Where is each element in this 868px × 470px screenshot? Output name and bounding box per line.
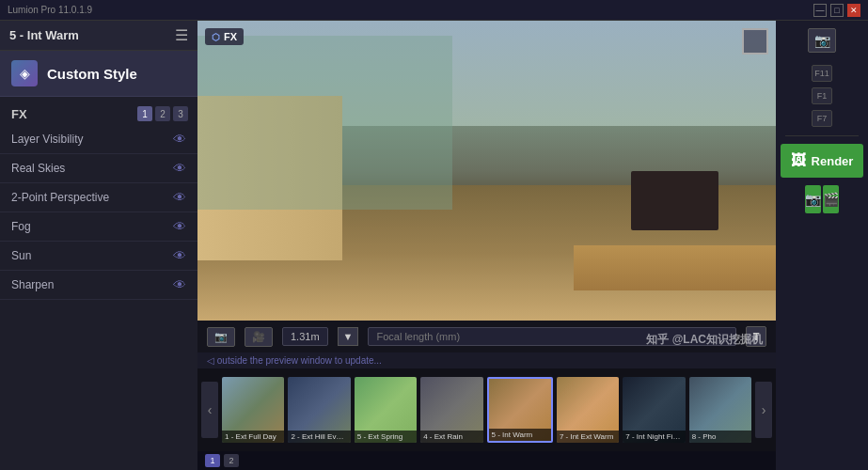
thumb-label: 5 - Int Warm (489, 429, 551, 441)
fx-item-fog[interactable]: Fog 👁 (0, 212, 197, 242)
eye-icon[interactable]: 👁 (173, 277, 186, 292)
fkey-f1[interactable]: F1 (812, 87, 832, 104)
screenshot-icon-btn[interactable]: 📷 (808, 28, 836, 53)
fx-item-label: Fog (11, 220, 31, 233)
viewport-glass (197, 36, 452, 210)
thumb-label: 5 - Ext Spring (355, 431, 417, 443)
fx-tab-1[interactable]: 1 (137, 106, 152, 121)
fx-badge: ⬡ FX (205, 28, 244, 45)
viewport-furniture (631, 171, 718, 231)
fx-tabs: 1 2 3 (137, 106, 188, 121)
custom-style-title: Custom Style (47, 66, 137, 82)
render-sub-buttons: 📷 🎬 (805, 185, 839, 213)
viewport-hint: ◁ outside the preview window to update..… (197, 352, 776, 368)
thumb-label: 1 - Ext Full Day (222, 431, 284, 443)
dropdown-arrow[interactable]: ▼ (338, 327, 359, 346)
strip-arrow-left[interactable]: ‹ (201, 382, 218, 438)
fx-label: FX (11, 107, 27, 121)
focal-length-field[interactable]: Focal length (mm) (368, 327, 736, 346)
minimize-button[interactable]: — (813, 4, 827, 17)
camera-icon: 📷 (214, 331, 228, 343)
fx-tab-3[interactable]: 3 (173, 106, 188, 121)
render-photo-button[interactable]: 📷 (805, 185, 821, 213)
fx-item-label: Sun (11, 249, 31, 262)
thumb-8[interactable]: 8 - Pho (689, 377, 751, 443)
custom-style-header[interactable]: ◈ Custom Style (0, 51, 197, 97)
fx-item-label: Real Skies (11, 162, 65, 175)
right-sidebar: 📷 F11 F1 F7 🖼 Render 📷 🎬 (776, 21, 868, 470)
fx-section: FX 1 2 3 Layer Visibility 👁 Real Skies 👁… (0, 97, 197, 306)
eye-icon[interactable]: 👁 (173, 161, 186, 176)
divider (785, 135, 859, 136)
fx-item-2point-perspective[interactable]: 2-Point Perspective 👁 (0, 183, 197, 212)
top-right-icons: 📷 (808, 28, 836, 53)
thumb-4[interactable]: 4 - Ext Rain (420, 377, 482, 443)
fx-badge-icon: ⬡ (212, 32, 220, 42)
thumb-1[interactable]: 1 - Ext Full Day (222, 377, 284, 443)
menu-icon[interactable]: ☰ (175, 26, 188, 44)
style-icon: ◈ (11, 60, 38, 86)
viewport-corner-square (742, 28, 768, 55)
page-indicator: 1 2 (197, 451, 776, 470)
fkey-f11[interactable]: F11 (812, 65, 832, 82)
render-video-button[interactable]: 🎬 (823, 185, 839, 213)
page-2[interactable]: 2 (224, 454, 239, 467)
strip-arrow-right[interactable]: › (755, 382, 772, 438)
app-title: Lumion Pro 11.0.1.9 (8, 5, 92, 15)
eye-icon[interactable]: 👁 (173, 132, 186, 147)
fx-item-real-skies[interactable]: Real Skies 👁 (0, 154, 197, 183)
eye-icon[interactable]: 👁 (173, 190, 186, 205)
thumbnail-strip: ‹ 1 - Ext Full Day 2 - Ext Hill Evening … (197, 368, 776, 451)
thumb-5[interactable]: 5 - Int Warm (487, 377, 553, 443)
thumb-label: 8 - Pho (689, 431, 751, 443)
eye-icon[interactable]: 👁 (173, 248, 186, 263)
fx-item-label: 2-Point Perspective (11, 191, 109, 204)
viewport-controls: 📷 🎥 1.31m ▼ Focal length (mm) T (197, 321, 776, 352)
distance-display: 1.31m (282, 327, 328, 346)
viewport[interactable]: ⬡ FX (197, 21, 776, 321)
fx-item-layer-visibility[interactable]: Layer Visibility 👁 (0, 125, 197, 154)
render-icon: 🖼 (791, 152, 806, 169)
close-button[interactable]: ✕ (847, 4, 860, 17)
fx-badge-label: FX (224, 31, 237, 42)
fkey-f7[interactable]: F7 (812, 110, 832, 127)
thumb-label: 4 - Ext Rain (420, 431, 482, 443)
maximize-button[interactable]: □ (830, 4, 844, 17)
fx-item-sun[interactable]: Sun 👁 (0, 242, 197, 271)
thumb-2[interactable]: 2 - Ext Hill Evening (288, 377, 350, 443)
thumb-label: 2 - Ext Hill Evening (288, 431, 350, 443)
panel-title: 5 - Int Warm (9, 28, 79, 42)
page-1[interactable]: 1 (205, 454, 220, 467)
thumb-3[interactable]: 5 - Ext Spring (355, 377, 417, 443)
fx-item-label: Layer Visibility (11, 133, 83, 146)
panel-title-bar: 5 - Int Warm ☰ (0, 21, 197, 51)
t-button[interactable]: T (746, 326, 766, 347)
hint-text: ◁ outside the preview window to update..… (207, 355, 382, 366)
render-button[interactable]: 🖼 Render (781, 144, 863, 178)
eye-icon[interactable]: 👁 (173, 219, 186, 234)
video-icon: 🎥 (252, 331, 265, 343)
fx-header: FX 1 2 3 (0, 102, 197, 125)
thumb-6[interactable]: 7 - Int Ext Warm (557, 377, 619, 443)
fx-item-sharpen[interactable]: Sharpen 👁 (0, 271, 197, 300)
render-label: Render (812, 154, 854, 168)
fx-item-label: Sharpen (11, 278, 54, 291)
thumb-label: 7 - Int Night Fireplace (623, 431, 685, 443)
camera-mode-button[interactable]: 📷 (207, 327, 235, 347)
viewport-bench (574, 245, 776, 290)
video-mode-button[interactable]: 🎥 (245, 327, 273, 347)
thumb-label: 7 - Int Ext Warm (557, 431, 619, 443)
thumb-7[interactable]: 7 - Int Night Fireplace (623, 377, 685, 443)
fx-tab-2[interactable]: 2 (155, 106, 170, 121)
